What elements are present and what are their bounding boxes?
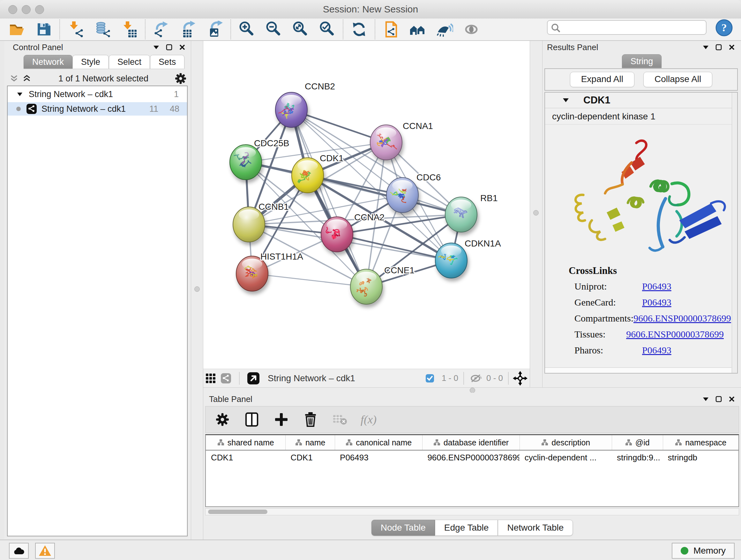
grid-view-icon[interactable] [203, 370, 218, 387]
help-button[interactable]: ? [716, 19, 733, 37]
table-cell[interactable]: CDK1 [285, 453, 335, 462]
results-vertical-scrollbar[interactable] [732, 92, 737, 373]
memory-button[interactable]: Memory [672, 543, 735, 559]
network-options-gear-icon[interactable] [174, 71, 188, 85]
import-database-icon[interactable] [94, 21, 111, 38]
network-node-CDC6[interactable] [387, 178, 418, 212]
network-node-CDKN1A[interactable] [435, 243, 467, 278]
expand-all-tree-icon[interactable] [8, 72, 20, 85]
table-horizontal-scrollbar[interactable] [205, 508, 739, 515]
table-cell[interactable]: stringdb [663, 453, 738, 462]
results-horizontal-scrollbar[interactable] [545, 368, 731, 373]
search-input[interactable] [563, 21, 704, 34]
zoom-in-icon[interactable] [238, 21, 255, 38]
table-cell[interactable]: stringdb:9... [612, 453, 663, 462]
crosslink-link[interactable]: P06493 [642, 281, 671, 292]
panel-menu-icon[interactable] [153, 46, 159, 49]
tab-edge-table[interactable]: Edge Table [435, 520, 498, 536]
export-image-icon[interactable] [206, 21, 223, 38]
network-node-CCNB2[interactable] [275, 92, 307, 127]
column-header--id[interactable]: @id [612, 435, 663, 450]
import-table-icon[interactable] [121, 21, 138, 38]
tab-network[interactable]: Network [23, 55, 72, 69]
cloud-button[interactable] [9, 543, 29, 559]
open-in-window-icon[interactable] [245, 370, 262, 387]
crosslink-link[interactable]: 9606.ENSP00000378699 [626, 329, 724, 340]
eye-icon[interactable] [463, 21, 480, 38]
column-type-icon [433, 439, 441, 446]
export-table-icon[interactable] [179, 21, 197, 38]
import-network-icon[interactable] [67, 21, 84, 38]
tab-sets[interactable]: Sets [150, 55, 185, 69]
table-cell[interactable]: 9606.ENSP00000378699 [422, 453, 519, 462]
panel-close-icon[interactable] [729, 44, 735, 50]
zoom-selected-icon[interactable] [319, 21, 336, 38]
network-node-CDK1[interactable] [292, 158, 324, 193]
network-edge[interactable] [246, 162, 402, 195]
refresh-layout-icon[interactable] [350, 21, 367, 38]
zoom-fit-icon[interactable] [292, 21, 309, 38]
show-hide-graphics-icon[interactable] [436, 21, 453, 38]
panel-float-icon[interactable] [166, 44, 172, 51]
table-cell[interactable]: P06493 [335, 453, 422, 462]
houses-icon[interactable] [409, 21, 426, 38]
tab-network-table[interactable]: Network Table [498, 520, 573, 536]
crosslink-label: Uniprot: [575, 281, 642, 292]
delete-column-icon[interactable] [302, 411, 319, 428]
network-tree-row[interactable]: String Network – cdk1 11 48 [8, 102, 187, 116]
network-node-CCNA2[interactable] [321, 217, 353, 252]
column-header-database-identifier[interactable]: database identifier [422, 435, 519, 450]
network-edge[interactable] [252, 273, 366, 287]
add-column-icon[interactable] [273, 411, 290, 428]
column-header-shared-name[interactable]: shared name [206, 435, 285, 450]
table-row[interactable]: CDK1CDK1P064939606.ENSP00000378699cyclin… [206, 450, 738, 464]
entry-collapse-icon[interactable] [563, 98, 569, 102]
selected-checkbox-icon[interactable] [421, 370, 439, 387]
table-options-gear-icon[interactable] [214, 411, 231, 428]
export-network-icon[interactable] [152, 21, 170, 38]
toolbar-separator [230, 19, 231, 39]
zoom-out-icon[interactable] [265, 21, 282, 38]
panel-float-icon[interactable] [716, 44, 722, 51]
collapse-all-button[interactable]: Collapse All [643, 72, 712, 87]
crosslink-link[interactable]: P06493 [642, 297, 671, 308]
panel-close-icon[interactable] [729, 396, 735, 402]
collapse-all-tree-icon[interactable] [20, 72, 33, 85]
bottom-divider-grip[interactable] [470, 388, 475, 393]
string-network-gray-badge-icon[interactable] [218, 370, 234, 387]
tab-select[interactable]: Select [109, 55, 150, 69]
tab-string[interactable]: String [622, 54, 662, 68]
panel-menu-icon[interactable] [703, 397, 709, 401]
column-header-canonical-name[interactable]: canonical name [335, 435, 422, 450]
network-node-CDC25B[interactable] [230, 145, 262, 180]
network-node-CCNB1[interactable] [233, 207, 265, 242]
network-canvas[interactable]: CCNB2CCNA1CDC25BCDK1CDC6RB1CCNB1CCNA2CDK… [203, 41, 530, 369]
warning-button[interactable] [35, 543, 55, 559]
expand-all-button[interactable]: Expand All [570, 72, 634, 87]
panel-close-icon[interactable] [179, 44, 185, 50]
column-header-namespace[interactable]: namespace [663, 435, 738, 450]
network-node-CCNE1[interactable] [350, 269, 382, 304]
tab-node-table[interactable]: Node Table [372, 520, 435, 536]
network-node-CCNA1[interactable] [370, 125, 402, 160]
show-columns-icon[interactable] [243, 411, 260, 428]
right-divider-grip[interactable] [533, 210, 539, 215]
tree-collapse-icon[interactable] [17, 92, 22, 96]
hidden-eye-icon[interactable] [469, 370, 483, 387]
panel-menu-icon[interactable] [703, 46, 709, 49]
network-file-icon[interactable] [382, 21, 400, 38]
crosslink-link[interactable]: P06493 [642, 345, 671, 356]
network-tree-root-row[interactable]: String Network – cdk1 1 [8, 86, 187, 100]
crosslink-link[interactable]: 9606.ENSP00000378699 [633, 313, 731, 324]
save-session-icon[interactable] [35, 21, 52, 38]
panel-float-icon[interactable] [716, 396, 722, 402]
column-header-name[interactable]: name [285, 435, 335, 450]
table-cell[interactable]: cyclin-dependent ... [520, 453, 612, 462]
table-cell[interactable]: CDK1 [206, 453, 285, 462]
pan-move-icon[interactable] [511, 370, 530, 387]
open-file-icon[interactable] [8, 21, 25, 38]
column-header-description[interactable]: description [520, 435, 612, 450]
left-divider-grip[interactable] [194, 287, 200, 292]
network-node-RB1[interactable] [445, 197, 477, 232]
tab-style[interactable]: Style [72, 55, 109, 69]
